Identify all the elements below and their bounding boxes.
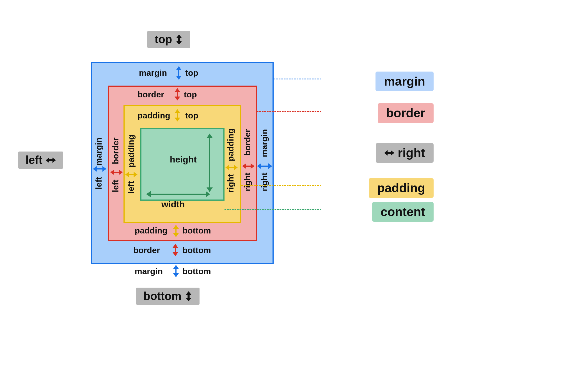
margin-top-side: top xyxy=(185,68,198,78)
left-direction-text: left xyxy=(26,154,42,166)
legend-margin-text: margin xyxy=(384,74,425,88)
arrow-border-top xyxy=(177,89,178,99)
left-right-icon xyxy=(384,149,394,157)
content-height-label: height xyxy=(170,154,197,165)
up-down-icon xyxy=(175,35,183,45)
left-direction-label: left xyxy=(18,152,63,169)
padding-right-side: right xyxy=(226,174,235,193)
legend-content-text: content xyxy=(381,205,425,219)
box-model-diagram: top bottom left margin top border top pa… xyxy=(29,17,400,328)
legend-padding-text: padding xyxy=(377,181,425,195)
margin-bottom-label: margin xyxy=(135,267,163,276)
top-direction-label: top xyxy=(147,31,190,48)
margin-top-label: margin xyxy=(139,68,167,78)
arrow-padding-right xyxy=(226,167,237,168)
arrow-border-right xyxy=(243,166,253,167)
margin-left-label: margin xyxy=(94,137,104,166)
border-top-label: border xyxy=(138,90,164,99)
dash-margin xyxy=(274,79,321,79)
border-left-label: border xyxy=(111,137,120,164)
padding-left-side: left xyxy=(126,181,136,194)
padding-right-label: padding xyxy=(226,129,235,161)
arrow-margin-bottom xyxy=(175,266,177,276)
legend-padding: padding xyxy=(369,178,434,198)
border-left-side: left xyxy=(111,180,120,192)
content-height-arrow xyxy=(209,135,210,191)
dash-border xyxy=(257,111,321,112)
content-width-arrow xyxy=(147,194,209,195)
margin-right-label: margin xyxy=(260,129,269,157)
legend-right: right xyxy=(376,143,434,163)
content-width-label: width xyxy=(161,199,185,210)
padding-bottom-label: padding xyxy=(135,226,168,235)
up-down-icon xyxy=(185,291,192,301)
arrow-padding-top xyxy=(177,110,178,120)
legend-border-text: border xyxy=(386,106,425,120)
margin-left-side: left xyxy=(94,177,104,189)
border-bottom-label: border xyxy=(133,246,160,255)
bottom-direction-text: bottom xyxy=(143,290,182,302)
dash-padding xyxy=(241,185,321,186)
arrow-border-bottom xyxy=(175,245,176,255)
padding-top-side: top xyxy=(185,111,198,120)
padding-top-label: padding xyxy=(138,111,170,120)
top-direction-text: top xyxy=(155,33,172,46)
bottom-direction-label: bottom xyxy=(136,288,200,305)
border-right-side: right xyxy=(243,173,252,191)
margin-bottom-side: bottom xyxy=(182,267,211,276)
border-right-label: border xyxy=(243,129,252,156)
arrow-margin-top xyxy=(178,67,179,79)
legend-content: content xyxy=(372,202,434,222)
legend-margin: margin xyxy=(375,72,434,91)
arrow-margin-left xyxy=(94,168,105,169)
arrow-padding-bottom xyxy=(175,226,177,236)
border-top-side: top xyxy=(184,90,197,99)
arrow-margin-right xyxy=(258,166,271,167)
padding-bottom-side: bottom xyxy=(182,226,211,235)
left-right-icon xyxy=(46,157,56,164)
border-bottom-side: bottom xyxy=(182,246,211,255)
arrow-border-left xyxy=(111,172,122,173)
legend-right-text: right xyxy=(398,146,425,160)
legend-border: border xyxy=(378,103,434,123)
margin-right-side: right xyxy=(260,173,269,191)
padding-left-label: padding xyxy=(126,135,136,168)
arrow-padding-left xyxy=(126,174,136,175)
dash-content xyxy=(225,209,321,210)
